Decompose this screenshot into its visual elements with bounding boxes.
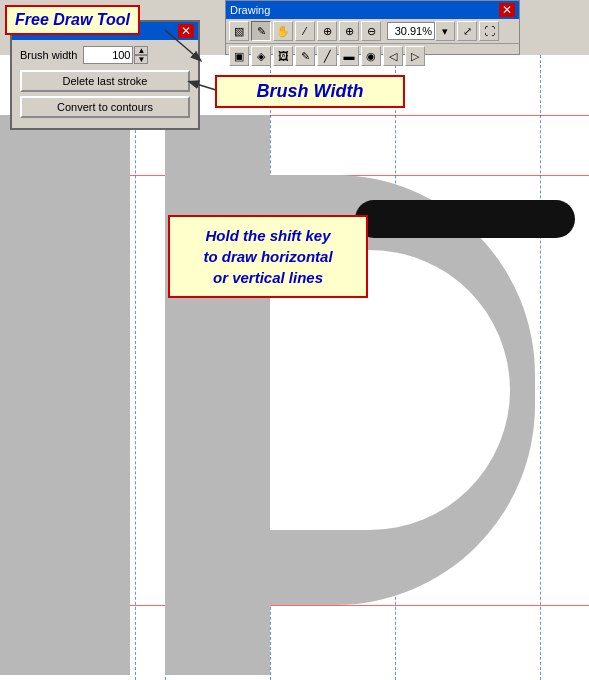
node-edit-button[interactable]: ◈ [251, 46, 271, 66]
convert-to-contours-button[interactable]: Convert to contours [20, 96, 190, 118]
back-button[interactable]: ◁ [383, 46, 403, 66]
draw-tool-button[interactable]: ✎ [251, 21, 271, 41]
zoom-input[interactable] [387, 22, 435, 40]
zoom-out-button[interactable]: ⊖ [361, 21, 381, 41]
canvas-area[interactable]: + [0, 55, 589, 680]
zoom-dropdown-button[interactable]: ▾ [435, 21, 455, 41]
brush-width-spinner: ▲ ▼ [134, 46, 148, 64]
brush-width-input[interactable] [83, 46, 133, 64]
drawing-toolbar: Drawing ✕ ▧ ✎ ✋ ∕ ⊕ ⊕ ⊖ ▾ ⤢ ⛶ ▣ ◈ 🖼 ✎ ╱ … [225, 0, 520, 55]
fullscreen-button[interactable]: ⛶ [479, 21, 499, 41]
toolbar-row-1: ▧ ✎ ✋ ∕ ⊕ ⊕ ⊖ ▾ ⤢ ⛶ [226, 19, 519, 44]
brush-width-up[interactable]: ▲ [134, 46, 148, 55]
zoom-in-button[interactable]: ⊕ [339, 21, 359, 41]
zoom-area: ▾ [387, 21, 455, 41]
eyedrop-tool-button[interactable]: ⊕ [317, 21, 337, 41]
free-draw-panel-body: Brush width ▲ ▼ Delete last stroke Conve… [12, 40, 198, 128]
callout-free-draw-text: Free Draw Tool [15, 11, 130, 28]
callout-brush-width: Brush Width [215, 75, 405, 108]
toolbar-title-text: Drawing [230, 4, 270, 16]
toolbar-row-2: ▣ ◈ 🖼 ✎ ╱ ▬ ◉ ◁ ▷ [226, 44, 519, 68]
select-rect-button[interactable]: ▣ [229, 46, 249, 66]
letter-l [0, 115, 130, 675]
grid-vline-1 [135, 55, 136, 680]
select-tool-button[interactable]: ▧ [229, 21, 249, 41]
free-draw-panel-close[interactable]: ✕ [178, 24, 194, 38]
fit-button[interactable]: ⤢ [457, 21, 477, 41]
image-button[interactable]: 🖼 [273, 46, 293, 66]
toolbar-close-button[interactable]: ✕ [499, 3, 515, 17]
brush-width-label: Brush width [20, 49, 77, 61]
pen-tool-button[interactable]: ∕ [295, 21, 315, 41]
ellipse-button[interactable]: ◉ [361, 46, 381, 66]
brush-width-row: Brush width ▲ ▼ [20, 46, 190, 64]
hand-tool-button[interactable]: ✋ [273, 21, 293, 41]
edit-button[interactable]: ✎ [295, 46, 315, 66]
rect-button[interactable]: ▬ [339, 46, 359, 66]
fwd-button[interactable]: ▷ [405, 46, 425, 66]
line-button[interactable]: ╱ [317, 46, 337, 66]
delete-last-stroke-button[interactable]: Delete last stroke [20, 70, 190, 92]
callout-shift-text: Hold the shift key to draw horizontal or… [182, 225, 354, 288]
brush-stroke [355, 200, 575, 238]
brush-width-down[interactable]: ▼ [134, 55, 148, 64]
callout-free-draw-tool: Free Draw Tool [5, 5, 140, 35]
toolbar-title-bar: Drawing ✕ [226, 1, 519, 19]
free-draw-panel: Free Draw ✕ Brush width ▲ ▼ Delete last … [10, 20, 200, 130]
callout-brush-width-text: Brush Width [257, 81, 364, 101]
callout-shift-hint: Hold the shift key to draw horizontal or… [168, 215, 368, 298]
grid-vline-5 [540, 55, 541, 680]
